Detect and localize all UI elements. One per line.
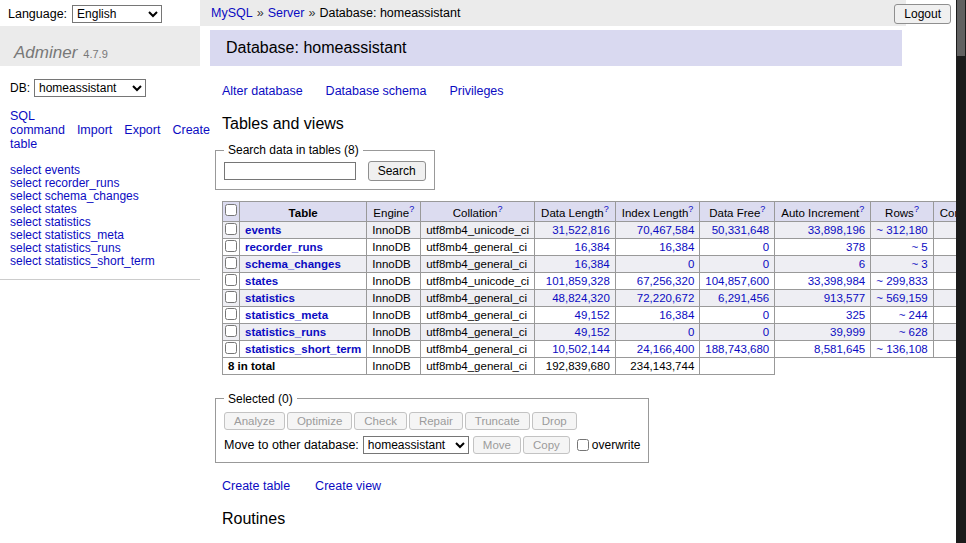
bulk-action-button[interactable]: Truncate	[465, 412, 530, 430]
table-name-link[interactable]: recorder_runs	[245, 241, 323, 253]
breadcrumb-server-link[interactable]: Server	[268, 6, 305, 20]
database-action-link[interactable]: Privileges	[449, 84, 503, 98]
index-length-link[interactable]: 16,384	[659, 241, 694, 253]
bulk-action-button[interactable]: Check	[354, 412, 407, 430]
engine-cell: InnoDB	[367, 306, 421, 323]
db-select[interactable]: homeassistant	[34, 79, 146, 97]
row-checkbox[interactable]	[225, 342, 237, 354]
auto-increment-link[interactable]: 33,898,196	[808, 224, 866, 236]
bulk-action-button[interactable]: Analyze	[224, 412, 285, 430]
index-length-link[interactable]: 0	[688, 258, 694, 270]
auto-increment-link[interactable]: 33,398,984	[808, 275, 866, 287]
auto-increment-link[interactable]: 325	[846, 309, 865, 321]
search-input[interactable]	[224, 162, 356, 180]
row-checkbox[interactable]	[225, 325, 237, 337]
auto-increment-link[interactable]: 39,999	[830, 326, 865, 338]
index-length-link[interactable]: 67,256,320	[637, 275, 695, 287]
data-free-link[interactable]: 0	[763, 241, 769, 253]
auto-increment-link[interactable]: 8,581,645	[814, 343, 865, 355]
adminer-version-link[interactable]: 4.7.9	[83, 48, 107, 60]
language-select[interactable]: English	[72, 5, 162, 23]
table-row: statistics_short_term InnoDB utf8mb4_gen…	[223, 340, 966, 357]
row-checkbox[interactable]	[225, 291, 237, 303]
table-name-link[interactable]: statistics	[245, 292, 295, 304]
copy-button[interactable]: Copy	[523, 436, 570, 454]
adminer-logo-link[interactable]: Adminer	[14, 43, 77, 62]
data-free-link[interactable]: 0	[763, 326, 769, 338]
select-all-checkbox[interactable]	[225, 204, 237, 216]
index-length-link[interactable]: 0	[688, 326, 694, 338]
move-button[interactable]: Move	[473, 436, 521, 454]
data-free-link[interactable]: 0	[763, 258, 769, 270]
sidebar-action-link[interactable]: SQL command	[10, 109, 65, 137]
column-help-link[interactable]: ?	[409, 204, 414, 214]
sidebar-action-link[interactable]: Import	[77, 123, 112, 137]
rows-count-link[interactable]: ~ 244	[899, 309, 928, 321]
rows-count-link[interactable]: ~ 569,159	[876, 292, 927, 304]
column-header: Engine?	[367, 202, 421, 222]
rows-count-link[interactable]: ~ 136,108	[876, 343, 927, 355]
column-help-link[interactable]: ?	[914, 204, 919, 214]
data-length-link[interactable]: 10,502,144	[552, 343, 610, 355]
auto-increment-link[interactable]: 6	[859, 258, 865, 270]
column-help-link[interactable]: ?	[604, 204, 609, 214]
create-link[interactable]: Create view	[315, 479, 381, 493]
table-name-link[interactable]: statistics_short_term	[245, 343, 361, 355]
create-link[interactable]: Create table	[222, 479, 290, 493]
column-help-link[interactable]: ?	[760, 204, 765, 214]
data-free-link[interactable]: 6,291,456	[718, 292, 769, 304]
bulk-action-button[interactable]: Repair	[409, 412, 463, 430]
column-help-link[interactable]: ?	[497, 204, 502, 214]
row-checkbox[interactable]	[225, 240, 237, 252]
row-checkbox[interactable]	[225, 257, 237, 269]
table-name-link[interactable]: states	[245, 275, 278, 287]
column-header: Rows?	[871, 202, 933, 222]
database-action-link[interactable]: Database schema	[326, 84, 427, 98]
data-free-link[interactable]: 0	[763, 309, 769, 321]
data-length-link[interactable]: 101,859,328	[546, 275, 610, 287]
rows-count-link[interactable]: ~ 3	[911, 258, 927, 270]
auto-increment-link[interactable]: 378	[846, 241, 865, 253]
sidebar-action-link[interactable]: Export	[124, 123, 160, 137]
data-length-link[interactable]: 49,152	[575, 309, 610, 321]
index-length-link[interactable]: 72,220,672	[637, 292, 695, 304]
breadcrumb-mysql-link[interactable]: MySQL	[211, 6, 253, 20]
column-help-link[interactable]: ?	[688, 204, 693, 214]
table-name-link[interactable]: schema_changes	[245, 258, 341, 270]
scrollbar-thumb[interactable]	[957, 0, 965, 56]
table-name-link[interactable]: statistics_meta	[245, 309, 328, 321]
data-length-link[interactable]: 49,152	[575, 326, 610, 338]
data-length-link[interactable]: 31,522,816	[552, 224, 610, 236]
data-free-link[interactable]: 104,857,600	[705, 275, 769, 287]
row-checkbox[interactable]	[225, 308, 237, 320]
rows-count-link[interactable]: ~ 5	[911, 241, 927, 253]
rows-count-link[interactable]: ~ 299,833	[876, 275, 927, 287]
bulk-action-button[interactable]: Drop	[532, 412, 577, 430]
vertical-scrollbar[interactable]	[956, 0, 966, 543]
index-length-link[interactable]: 24,166,400	[637, 343, 695, 355]
auto-increment-link[interactable]: 913,577	[824, 292, 866, 304]
table-name-cell: statistics_runs	[240, 323, 367, 340]
logout-button[interactable]: Logout	[894, 4, 951, 24]
data-free-link[interactable]: 188,743,680	[705, 343, 769, 355]
table-name-link[interactable]: events	[245, 224, 281, 236]
bulk-action-button[interactable]: Optimize	[287, 412, 352, 430]
row-checkbox[interactable]	[225, 223, 237, 235]
bulk-actions-row: AnalyzeOptimizeCheckRepairTruncateDrop	[224, 412, 640, 430]
data-length-link[interactable]: 48,824,320	[552, 292, 610, 304]
index-length-link[interactable]: 16,384	[659, 309, 694, 321]
data-length-link[interactable]: 16,384	[575, 241, 610, 253]
table-name-link[interactable]: statistics_runs	[245, 326, 326, 338]
rows-count-link[interactable]: ~ 628	[899, 326, 928, 338]
rows-count-link[interactable]: ~ 312,180	[876, 224, 927, 236]
data-length-link[interactable]: 16,384	[575, 258, 610, 270]
sidebar-table-link[interactable]: select statistics_short_term	[10, 255, 190, 268]
column-help-link[interactable]: ?	[859, 204, 864, 214]
data-free-link[interactable]: 50,331,648	[712, 224, 770, 236]
search-button[interactable]: Search	[368, 161, 426, 181]
database-action-link[interactable]: Alter database	[222, 84, 303, 98]
move-db-select[interactable]: homeassistant	[363, 436, 469, 454]
row-checkbox[interactable]	[225, 274, 237, 286]
overwrite-checkbox[interactable]	[577, 439, 589, 451]
index-length-link[interactable]: 70,467,584	[637, 224, 695, 236]
